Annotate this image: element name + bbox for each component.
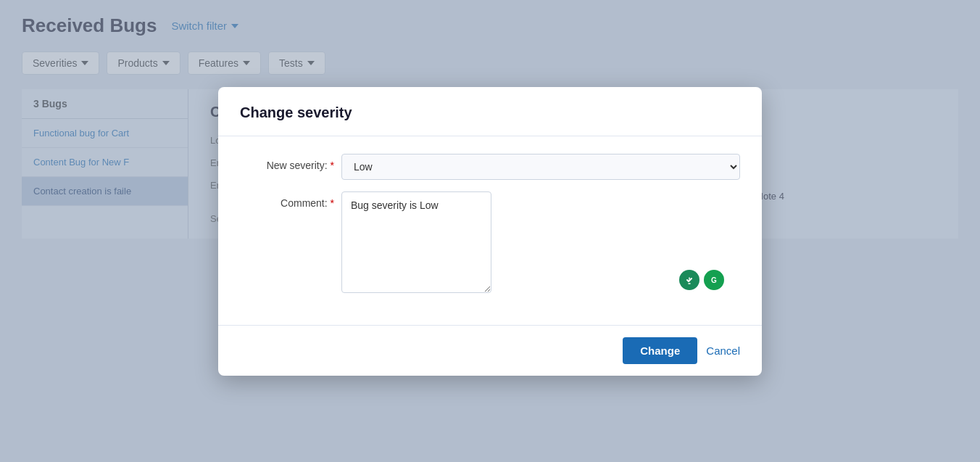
dialog-header: Change severity — [218, 87, 762, 136]
spellcheck-icon[interactable] — [679, 270, 699, 290]
change-severity-dialog: Change severity New severity: * Low Medi… — [218, 87, 762, 376]
required-marker: * — [331, 197, 334, 209]
severity-row: New severity: * Low Medium High Critical — [240, 154, 740, 180]
textarea-tools: G — [679, 270, 724, 290]
severity-select[interactable]: Low Medium High Critical — [341, 154, 740, 180]
grammarly-icon[interactable]: G — [704, 270, 724, 290]
dialog-body: New severity: * Low Medium High Critical… — [218, 136, 762, 326]
change-button[interactable]: Change — [623, 337, 697, 364]
modal-overlay: Change severity New severity: * Low Medi… — [0, 0, 980, 462]
dialog-title: Change severity — [240, 104, 740, 121]
comment-label: Comment: * — [240, 191, 334, 209]
comment-row: Comment: * Bug severity is Low — [240, 191, 740, 296]
comment-textarea[interactable]: Bug severity is Low — [341, 191, 491, 293]
severity-label: New severity: * — [240, 154, 334, 171]
textarea-wrapper: Bug severity is Low G — [341, 191, 740, 296]
dialog-footer: Change Cancel — [218, 326, 762, 376]
required-marker: * — [331, 160, 334, 171]
svg-text:G: G — [711, 276, 717, 284]
cancel-button[interactable]: Cancel — [706, 345, 740, 357]
